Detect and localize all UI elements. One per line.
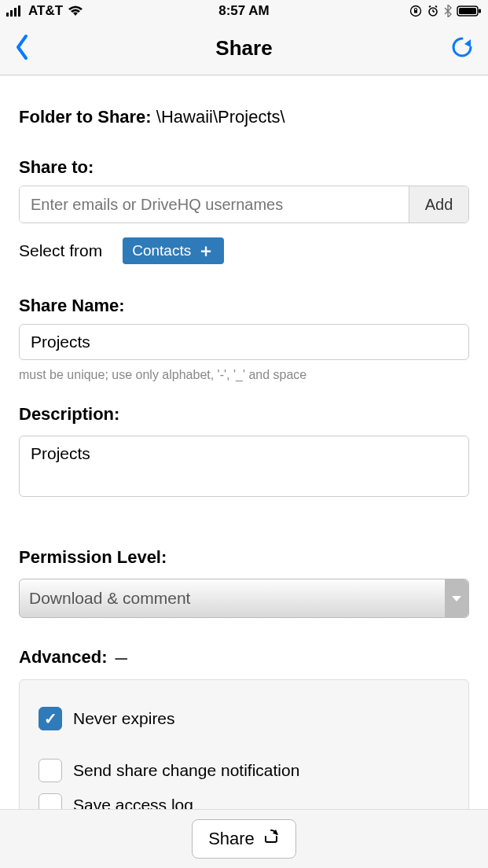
bluetooth-icon	[444, 5, 452, 17]
nav-bar: Share	[0, 22, 488, 75]
share-name-hint: must be unique; use only alphabet, '-', …	[19, 368, 469, 382]
send-notification-checkbox[interactable]	[39, 759, 62, 782]
folder-path-row: Folder to Share: \Hawaii\Projects\	[19, 107, 469, 127]
share-button[interactable]: Share	[192, 819, 296, 859]
plus-icon: ＋	[197, 242, 215, 259]
svg-line-10	[435, 6, 437, 8]
never-expires-checkbox[interactable]	[39, 707, 62, 730]
permission-select[interactable]: Download & comment	[19, 579, 469, 618]
svg-rect-3	[18, 6, 20, 17]
share-name-label: Share Name:	[19, 296, 469, 316]
share-to-input[interactable]	[20, 186, 409, 223]
permission-selected: Download & comment	[29, 589, 190, 608]
page-title: Share	[0, 36, 488, 61]
orientation-lock-icon	[409, 5, 422, 17]
alarm-icon	[427, 5, 439, 17]
signal-icon	[6, 6, 24, 17]
back-button[interactable]	[14, 33, 30, 64]
carrier-label: AT&T	[28, 3, 63, 19]
advanced-toggle[interactable]: –	[115, 646, 127, 668]
share-icon	[262, 828, 280, 850]
never-expires-label: Never expires	[73, 709, 175, 728]
description-label: Description:	[19, 404, 469, 425]
wifi-icon	[68, 6, 83, 17]
folder-label: Folder to Share:	[19, 107, 152, 127]
contacts-button-label: Contacts	[132, 242, 191, 259]
share-to-input-row: Add	[19, 186, 469, 223]
status-bar: AT&T 8:57 AM	[0, 0, 488, 22]
refresh-button[interactable]	[450, 35, 474, 62]
share-form: Folder to Share: \Hawaii\Projects\ Share…	[0, 75, 488, 868]
folder-path: \Hawaii\Projects\	[156, 107, 285, 127]
contacts-button[interactable]: Contacts ＋	[123, 237, 224, 264]
svg-rect-0	[6, 13, 9, 17]
advanced-label: Advanced:	[19, 647, 107, 668]
svg-rect-1	[10, 10, 13, 17]
share-to-label: Share to:	[19, 157, 469, 178]
footer-bar: Share	[0, 809, 488, 868]
svg-rect-12	[459, 8, 476, 14]
share-name-input[interactable]	[19, 324, 469, 360]
description-input[interactable]	[19, 436, 469, 497]
select-from-label: Select from	[19, 241, 102, 260]
add-button[interactable]: Add	[409, 186, 468, 223]
svg-marker-14	[464, 39, 471, 47]
permission-label: Permission Level:	[19, 547, 469, 568]
svg-rect-5	[414, 10, 417, 13]
svg-rect-2	[14, 8, 17, 17]
battery-icon	[457, 6, 482, 17]
svg-rect-13	[479, 9, 481, 13]
send-notification-label: Send share change notification	[73, 761, 299, 780]
chevron-down-icon	[445, 579, 468, 617]
share-button-label: Share	[208, 829, 255, 849]
svg-line-9	[429, 6, 431, 8]
